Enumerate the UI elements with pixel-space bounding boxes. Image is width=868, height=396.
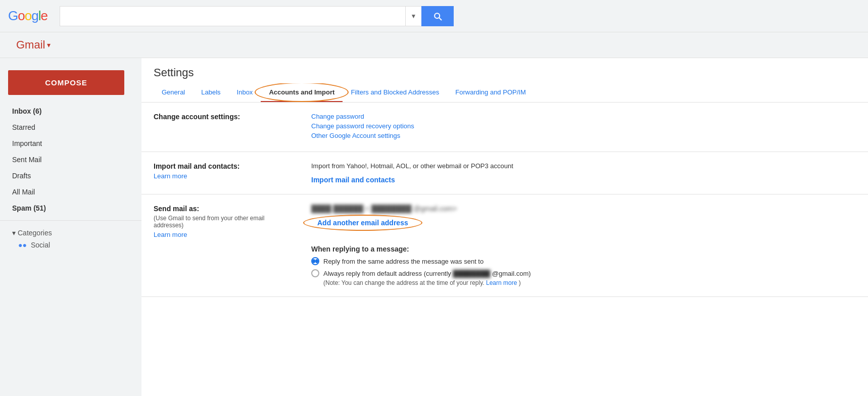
- sidebar-item-categories[interactable]: ▾ Categories: [0, 225, 141, 239]
- sidebar-spam-label: Spam: [12, 204, 31, 212]
- chevron-down-icon: ▾: [12, 229, 16, 237]
- search-input[interactable]: [60, 6, 405, 26]
- sidebar-drafts-label: Drafts: [12, 172, 31, 180]
- social-icon: ●●: [18, 241, 27, 249]
- sidebar-item-important[interactable]: Important: [0, 135, 141, 152]
- settings-label-import: Import mail and contacts: Learn more: [141, 152, 303, 194]
- sidebar-item-all-mail[interactable]: All Mail: [0, 184, 141, 200]
- sidebar: COMPOSE Inbox (6) Starred Important Sent…: [0, 58, 141, 396]
- current-email-display: ████ ██████ < ████████ @gmail.com>: [311, 205, 860, 213]
- sidebar-item-inbox[interactable]: Inbox (6): [0, 103, 141, 119]
- reply-note: (Note: You can change the address at the…: [323, 279, 860, 286]
- sidebar-sent-label: Sent Mail: [12, 156, 41, 164]
- app-header: Google ▼: [0, 0, 868, 32]
- search-button[interactable]: [421, 6, 454, 26]
- label-send-mail-as: Send mail as:: [154, 205, 199, 213]
- sidebar-item-starred[interactable]: Starred: [0, 119, 141, 135]
- content-area: Settings General Labels Inbox Accounts a…: [141, 58, 868, 396]
- import-mail-contacts-link[interactable]: Import mail and contacts: [311, 176, 395, 184]
- settings-row-import: Import mail and contacts: Learn more Imp…: [141, 152, 868, 194]
- label-change-account: Change account settings:: [154, 113, 240, 121]
- sidebar-divider: [0, 220, 141, 221]
- tab-accounts-and-import[interactable]: Accounts and Import: [261, 83, 343, 102]
- search-bar: ▼: [60, 6, 454, 26]
- sidebar-all-mail-label: All Mail: [12, 188, 35, 196]
- sidebar-spam-count: (51): [33, 204, 46, 212]
- radio-icon-default: [311, 269, 319, 277]
- radio-reply-default[interactable]: Always reply from default address (curre…: [311, 269, 860, 277]
- learn-more-import[interactable]: Learn more: [154, 172, 291, 180]
- google-logo: Google: [8, 8, 47, 24]
- settings-label-send-mail: Send mail as: (Use Gmail to send from yo…: [141, 194, 303, 297]
- sidebar-social-label: Social: [31, 241, 50, 249]
- settings-content-send-mail: ████ ██████ < ████████ @gmail.com> Add a…: [303, 194, 868, 297]
- sidebar-item-sent[interactable]: Sent Mail: [0, 152, 141, 168]
- settings-table: Change account settings: Change password…: [141, 103, 868, 297]
- tabs-bar: General Labels Inbox Accounts and Import…: [141, 83, 868, 103]
- send-mail-sublabel: (Use Gmail to send from your other email…: [154, 215, 291, 229]
- note-learn-more-link[interactable]: Learn more: [486, 279, 517, 286]
- always-reply-suffix: @gmail.com): [492, 270, 531, 277]
- reply-section: When replying to a message: Reply from t…: [311, 245, 860, 286]
- sidebar-important-label: Important: [12, 139, 42, 147]
- sidebar-inbox-count: (6): [33, 107, 41, 115]
- page-title: Settings: [141, 58, 868, 83]
- sidebar-inbox-label: Inbox: [12, 107, 31, 115]
- sidebar-item-spam[interactable]: Spam (51): [0, 200, 141, 216]
- sidebar-item-social[interactable]: ●● Social: [0, 239, 141, 251]
- settings-content-account: Change password Change password recovery…: [303, 103, 868, 152]
- gmail-text: Gmail: [16, 38, 45, 52]
- gmail-dropdown-icon: ▾: [47, 41, 51, 49]
- main-layout: COMPOSE Inbox (6) Starred Important Sent…: [0, 58, 868, 396]
- radio-reply-same[interactable]: Reply from the same address the message …: [311, 257, 860, 265]
- note-text-content: (Note: You can change the address at the…: [323, 279, 485, 286]
- import-description: Import from Yahoo!, Hotmail, AOL, or oth…: [311, 162, 860, 170]
- note-close: ): [519, 279, 521, 286]
- settings-label-account: Change account settings:: [141, 103, 303, 152]
- tab-forwarding[interactable]: Forwarding and POP/IM: [447, 83, 534, 102]
- sidebar-starred-label: Starred: [12, 123, 35, 131]
- radio-default-label: Always reply from default address (curre…: [323, 270, 531, 277]
- settings-row-send-mail: Send mail as: (Use Gmail to send from yo…: [141, 194, 868, 297]
- learn-more-send-mail[interactable]: Learn more: [154, 231, 291, 238]
- tab-general[interactable]: General: [154, 83, 193, 102]
- link-other-google-settings[interactable]: Other Google Account settings: [311, 132, 860, 139]
- radio-icon-same: [311, 257, 319, 265]
- search-dropdown-button[interactable]: ▼: [405, 6, 421, 26]
- add-another-email-link[interactable]: Add another email address: [311, 217, 414, 229]
- settings-row-account: Change account settings: Change password…: [141, 103, 868, 152]
- label-import-mail: Import mail and contacts:: [154, 162, 239, 170]
- compose-button[interactable]: COMPOSE: [8, 70, 124, 95]
- link-change-password-recovery[interactable]: Change password recovery options: [311, 122, 860, 130]
- reply-section-title: When replying to a message:: [311, 245, 409, 253]
- sidebar-categories-label: Categories: [18, 229, 52, 237]
- default-email-blurred: ████████: [453, 270, 490, 277]
- sidebar-item-drafts[interactable]: Drafts: [0, 168, 141, 184]
- settings-content-import: Import from Yahoo!, Hotmail, AOL, or oth…: [303, 152, 868, 194]
- search-icon: [432, 11, 443, 21]
- gmail-label[interactable]: Gmail ▾: [8, 34, 59, 56]
- tab-labels[interactable]: Labels: [193, 83, 228, 102]
- link-change-password[interactable]: Change password: [311, 113, 860, 120]
- radio-same-label: Reply from the same address the message …: [323, 258, 484, 265]
- tab-filters[interactable]: Filters and Blocked Addresses: [343, 83, 447, 102]
